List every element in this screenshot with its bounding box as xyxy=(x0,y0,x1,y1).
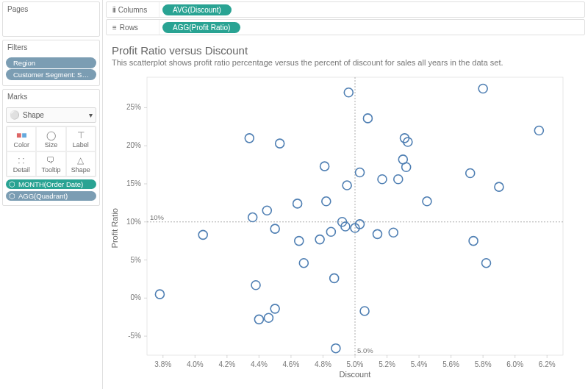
svg-text:5.0%: 5.0% xyxy=(347,360,364,368)
field-label: AGG(Quadrant) xyxy=(18,192,68,200)
svg-text:Discount: Discount xyxy=(340,370,371,379)
svg-point-48 xyxy=(245,134,254,143)
rows-label: Rows xyxy=(120,24,138,32)
marks-cell-label: Color xyxy=(13,141,29,149)
size-icon: ◯ xyxy=(38,130,63,140)
svg-text:4.6%: 4.6% xyxy=(283,360,300,368)
filters-card: Filters RegionCustomer Segment: Small Bu… xyxy=(2,40,100,86)
marks-detail-button[interactable]: ⸬Detail xyxy=(7,151,36,176)
svg-point-56 xyxy=(276,139,284,148)
svg-point-46 xyxy=(155,290,164,299)
chart-subtitle: This scatterplot shows profit ratio perc… xyxy=(112,58,578,67)
marks-shape-button[interactable]: △Shape xyxy=(66,151,96,176)
svg-point-54 xyxy=(270,224,279,233)
marks-cell-label: Tooltip xyxy=(41,166,60,174)
svg-point-89 xyxy=(534,126,543,135)
svg-point-74 xyxy=(363,114,372,123)
svg-point-65 xyxy=(331,344,340,353)
svg-point-81 xyxy=(402,163,411,171)
svg-point-78 xyxy=(394,175,403,184)
svg-text:10%: 10% xyxy=(150,213,165,221)
y-axis-label: Profit Ratio xyxy=(109,208,121,248)
marks-cell-label: Detail xyxy=(13,166,30,174)
svg-point-84 xyxy=(466,168,475,177)
detail-icon: ⸬ xyxy=(9,155,34,165)
marks-label-button[interactable]: ⊤Label xyxy=(66,126,96,151)
marks-size-button[interactable]: ◯Size xyxy=(36,126,65,151)
rows-shelf[interactable]: ≡ Rows AGG(Profit Ratio) xyxy=(106,19,585,35)
svg-text:25%: 25% xyxy=(126,103,141,111)
marks-shape-select[interactable]: ⚪ Shape ▾ xyxy=(6,107,96,123)
marks-card: Marks ⚪ Shape ▾ ■■Color◯Size⊤Label⸬Detai… xyxy=(2,89,100,206)
pages-title: Pages xyxy=(3,2,99,16)
svg-point-62 xyxy=(322,197,331,206)
svg-point-69 xyxy=(344,88,353,97)
svg-point-77 xyxy=(389,228,398,237)
svg-point-71 xyxy=(356,168,365,176)
svg-point-64 xyxy=(330,274,339,282)
rows-icon: ≡ xyxy=(112,24,117,32)
svg-point-63 xyxy=(326,227,335,236)
svg-point-52 xyxy=(262,206,271,215)
marks-color-button[interactable]: ■■Color xyxy=(7,126,36,151)
svg-text:6.0%: 6.0% xyxy=(506,360,523,368)
svg-text:5.0%: 5.0% xyxy=(357,346,373,354)
shape-icon: ⚪ xyxy=(10,110,20,120)
columns-pill[interactable]: AVG(Discount) xyxy=(162,4,232,15)
columns-icon: iii xyxy=(112,6,115,14)
svg-point-61 xyxy=(320,162,329,171)
svg-point-50 xyxy=(251,281,260,290)
svg-text:20%: 20% xyxy=(126,141,141,149)
svg-text:15%: 15% xyxy=(126,179,141,188)
filter-pill[interactable]: Customer Segment: Small Busin… xyxy=(6,69,96,80)
shape-select-label: Shape xyxy=(23,111,44,119)
svg-text:5.8%: 5.8% xyxy=(475,360,492,368)
svg-point-68 xyxy=(343,181,351,190)
svg-point-58 xyxy=(295,237,304,246)
svg-point-85 xyxy=(469,237,478,246)
marks-cell-label: Shape xyxy=(71,166,90,174)
svg-point-49 xyxy=(248,213,257,222)
marks-field-pill[interactable]: ⬡MONTH(Order Date) xyxy=(6,179,96,189)
columns-shelf[interactable]: iii Columns AVG(Discount) xyxy=(106,1,585,18)
rows-pill[interactable]: AGG(Profit Ratio) xyxy=(162,22,240,33)
filter-pill[interactable]: Region xyxy=(6,57,96,68)
field-icon: ⬡ xyxy=(9,180,15,188)
label-icon: ⊤ xyxy=(68,130,93,140)
tooltip-icon: 🗨 xyxy=(38,155,63,165)
svg-text:4.8%: 4.8% xyxy=(315,360,331,368)
field-label: MONTH(Order Date) xyxy=(18,180,83,188)
field-icon: ⬡ xyxy=(9,192,15,200)
svg-text:10%: 10% xyxy=(126,218,141,226)
svg-point-57 xyxy=(293,199,302,208)
chevron-down-icon: ▾ xyxy=(89,111,93,119)
main-area: iii Columns AVG(Discount) ≡ Rows AGG(Pro… xyxy=(103,0,588,389)
svg-text:4.4%: 4.4% xyxy=(251,360,268,368)
svg-point-88 xyxy=(495,182,503,191)
svg-text:5%: 5% xyxy=(131,256,142,264)
svg-point-59 xyxy=(299,259,308,268)
svg-point-87 xyxy=(482,259,491,268)
color-icon: ■■ xyxy=(9,130,34,140)
svg-text:-5%: -5% xyxy=(128,332,141,340)
marks-title: Marks xyxy=(3,90,99,104)
filters-title: Filters xyxy=(3,40,99,54)
pages-card: Pages xyxy=(2,1,100,37)
svg-point-55 xyxy=(270,304,279,313)
svg-text:3.8%: 3.8% xyxy=(154,360,171,368)
svg-point-47 xyxy=(198,230,207,239)
marks-tooltip-button[interactable]: 🗨Tooltip xyxy=(36,151,65,176)
svg-text:4.0%: 4.0% xyxy=(187,360,204,368)
marks-field-pill[interactable]: ⬡AGG(Quadrant) xyxy=(6,191,96,201)
svg-text:5.6%: 5.6% xyxy=(442,360,459,368)
chart-title: Profit Ratio versus Discount xyxy=(112,44,578,57)
shape-icon: △ xyxy=(68,155,93,165)
svg-text:0%: 0% xyxy=(131,293,142,301)
scatter-plot: 10%5.0%-5%0%5%10%15%20%25%3.8%4.0%4.2%4.… xyxy=(121,71,569,380)
left-panel: Pages Filters RegionCustomer Segment: Sm… xyxy=(0,0,103,389)
marks-cell-label: Size xyxy=(45,141,58,149)
svg-point-51 xyxy=(254,315,263,324)
svg-point-53 xyxy=(264,313,273,322)
svg-point-76 xyxy=(378,175,387,184)
svg-point-86 xyxy=(478,85,487,93)
